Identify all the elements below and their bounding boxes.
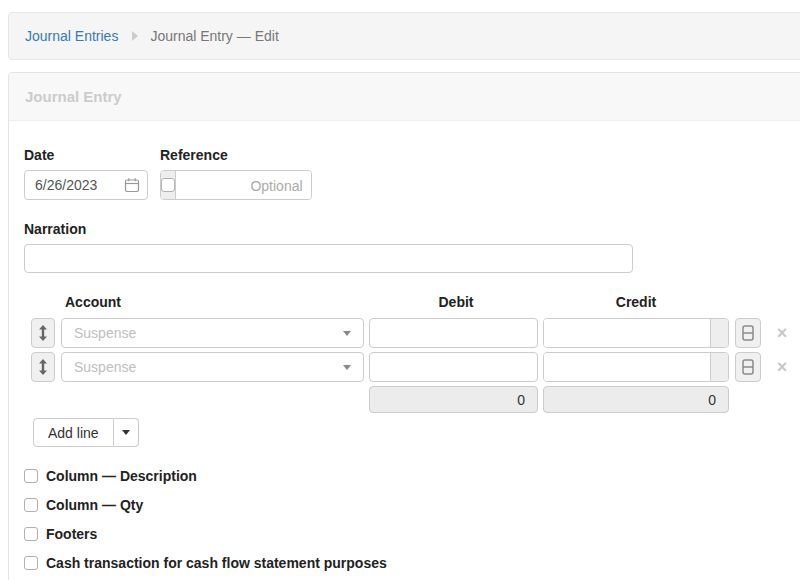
line-detail-icon bbox=[742, 359, 754, 375]
totals-row: 0 0 bbox=[369, 386, 792, 413]
breadcrumb-separator-icon bbox=[132, 31, 138, 41]
option-checkbox-column-description[interactable] bbox=[24, 469, 38, 483]
drag-handle-button[interactable] bbox=[31, 352, 55, 382]
account-select-value: Suspense bbox=[74, 325, 343, 341]
option-checkbox-column-qty[interactable] bbox=[24, 498, 38, 512]
option-checkbox-footers[interactable] bbox=[24, 527, 38, 541]
option-label[interactable]: Column — Qty bbox=[46, 497, 143, 513]
credit-input[interactable] bbox=[544, 353, 710, 382]
line-row: Suspense × bbox=[31, 318, 792, 348]
form-options: Column — Description Column — Qty Footer… bbox=[24, 468, 792, 571]
column-header-credit: Credit bbox=[543, 294, 729, 310]
caret-down-icon bbox=[122, 430, 130, 435]
add-line-split-button: Add line bbox=[33, 418, 792, 447]
credit-addon bbox=[710, 319, 728, 347]
debit-total: 0 bbox=[369, 386, 538, 413]
option-row: Column — Qty bbox=[24, 497, 792, 513]
credit-addon bbox=[710, 353, 728, 381]
line-detail-button[interactable] bbox=[735, 318, 761, 348]
reference-input-group bbox=[160, 170, 312, 200]
x-icon: × bbox=[777, 323, 788, 344]
account-select[interactable]: Suspense bbox=[61, 352, 364, 382]
date-input[interactable] bbox=[24, 170, 148, 200]
column-header-account: Account bbox=[61, 294, 369, 310]
credit-input-group bbox=[543, 352, 729, 382]
date-field: Date bbox=[24, 147, 148, 200]
drag-handle-button[interactable] bbox=[31, 318, 55, 348]
account-select-value: Suspense bbox=[74, 359, 343, 375]
breadcrumb-current-page: Journal Entry — Edit bbox=[150, 28, 278, 44]
remove-line-button[interactable]: × bbox=[772, 352, 792, 382]
select-caret-icon bbox=[343, 331, 351, 336]
add-line-button[interactable]: Add line bbox=[33, 418, 114, 447]
journal-entry-panel: Journal Entry Date bbox=[8, 72, 800, 580]
panel-title: Journal Entry bbox=[25, 88, 122, 105]
option-label[interactable]: Cash transaction for cash flow statement… bbox=[46, 555, 387, 571]
line-detail-button[interactable] bbox=[735, 352, 761, 382]
narration-label: Narration bbox=[24, 221, 792, 237]
lines-table: Account Debit Credit Suspense bbox=[31, 294, 792, 413]
reference-auto-checkbox[interactable] bbox=[161, 178, 175, 192]
select-caret-icon bbox=[343, 365, 351, 370]
breadcrumb: Journal Entries Journal Entry — Edit bbox=[8, 12, 800, 60]
narration-input[interactable] bbox=[24, 244, 633, 273]
credit-total: 0 bbox=[543, 386, 729, 413]
panel-body: Date Reference bbox=[9, 121, 800, 580]
option-row: Column — Description bbox=[24, 468, 792, 484]
option-checkbox-cash-transaction[interactable] bbox=[24, 556, 38, 570]
breadcrumb-link-journal-entries[interactable]: Journal Entries bbox=[25, 28, 118, 44]
updown-arrow-icon bbox=[38, 325, 48, 341]
debit-input[interactable] bbox=[369, 352, 538, 382]
option-row: Cash transaction for cash flow statement… bbox=[24, 555, 792, 571]
reference-input[interactable] bbox=[176, 171, 312, 200]
account-select[interactable]: Suspense bbox=[61, 318, 364, 348]
credit-input[interactable] bbox=[544, 319, 710, 348]
debit-input[interactable] bbox=[369, 318, 538, 348]
date-label: Date bbox=[24, 147, 148, 163]
credit-input-group bbox=[543, 318, 729, 348]
column-header-debit: Debit bbox=[369, 294, 543, 310]
narration-field: Narration bbox=[24, 221, 792, 273]
panel-heading: Journal Entry bbox=[9, 73, 800, 121]
reference-field: Reference bbox=[160, 147, 312, 200]
line-row: Suspense × bbox=[31, 352, 792, 382]
lines-header: Account Debit Credit bbox=[31, 294, 792, 310]
reference-addon bbox=[161, 171, 176, 199]
option-row: Footers bbox=[24, 526, 792, 542]
option-label[interactable]: Column — Description bbox=[46, 468, 197, 484]
x-icon: × bbox=[777, 357, 788, 378]
updown-arrow-icon bbox=[38, 359, 48, 375]
add-line-caret-button[interactable] bbox=[114, 418, 139, 447]
line-detail-icon bbox=[742, 325, 754, 341]
remove-line-button[interactable]: × bbox=[772, 318, 792, 348]
option-label[interactable]: Footers bbox=[46, 526, 97, 542]
reference-label: Reference bbox=[160, 147, 312, 163]
